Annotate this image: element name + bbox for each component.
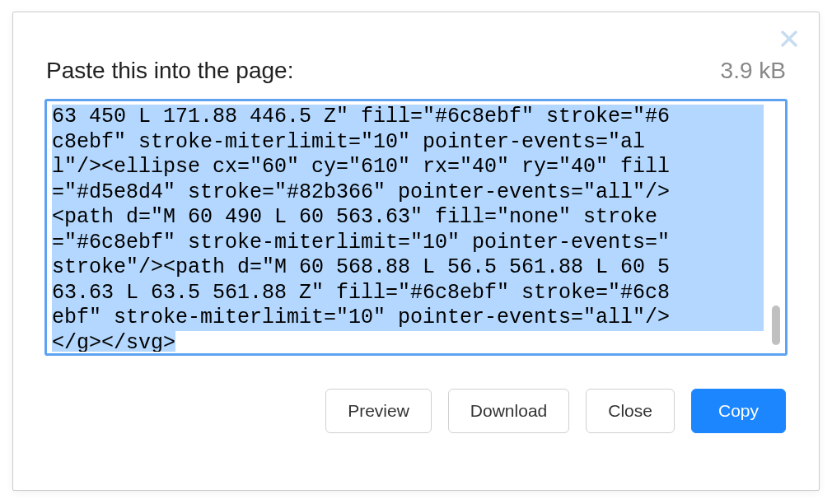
close-button[interactable]: Close [586, 389, 675, 433]
button-row: Preview Download Close Copy [13, 356, 819, 433]
scrollbar-thumb[interactable] [772, 306, 780, 345]
code-line: stroke"/><path d="M 60 568.88 L 56.5 561… [52, 255, 764, 281]
code-line: ="#6c8ebf" stroke-miterlimit="10" pointe… [52, 231, 764, 256]
close-icon[interactable] [779, 29, 799, 49]
header: Paste this into the page: 3.9 kB [13, 12, 819, 99]
code-line: ebf" stroke-miterlimit="10" pointer-even… [52, 306, 764, 331]
code-content[interactable]: 63 450 L 171.88 446.5 Z" fill="#6c8ebf" … [49, 103, 783, 352]
code-textarea-wrapper: 63 450 L 171.88 446.5 Z" fill="#6c8ebf" … [44, 99, 788, 356]
code-line: </g></svg> [52, 331, 175, 352]
file-size: 3.9 kB [721, 58, 786, 84]
code-line: 63 450 L 171.88 446.5 Z" fill="#6c8ebf" … [52, 105, 764, 130]
paste-dialog: Paste this into the page: 3.9 kB 63 450 … [12, 12, 820, 491]
paste-label: Paste this into the page: [46, 58, 293, 84]
code-line: 63.63 L 63.5 561.88 Z" fill="#6c8ebf" st… [52, 281, 764, 306]
code-line: l"/><ellipse cx="60" cy="610" rx="40" ry… [52, 155, 764, 180]
preview-button[interactable]: Preview [325, 389, 432, 433]
code-line: ="#d5e8d4" stroke="#82b366" pointer-even… [52, 180, 764, 206]
code-line: c8ebf" stroke-miterlimit="10" pointer-ev… [52, 130, 764, 156]
code-textarea[interactable]: 63 450 L 171.88 446.5 Z" fill="#6c8ebf" … [44, 99, 788, 356]
code-line: <path d="M 60 490 L 60 563.63" fill="non… [52, 205, 764, 231]
download-button[interactable]: Download [448, 389, 569, 433]
copy-button[interactable]: Copy [691, 389, 786, 433]
